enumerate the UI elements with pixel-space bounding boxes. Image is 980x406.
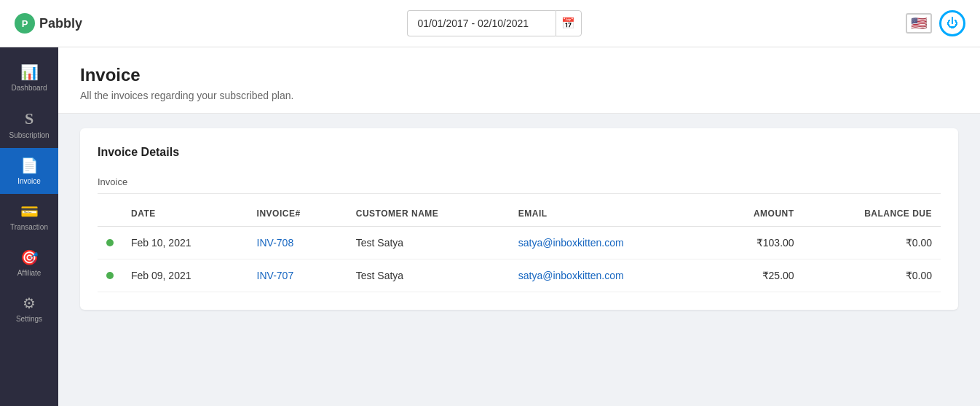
sidebar: 📊 Dashboard S Subscription 📄 Invoice 💳 T… bbox=[0, 47, 58, 406]
col-email: EMAIL bbox=[510, 201, 709, 227]
sidebar-label-transaction: Transaction bbox=[10, 223, 48, 231]
row-balance-due: ₹0.00 bbox=[803, 227, 941, 259]
invoice-card: Invoice Details Invoice DATE INVOICE# CU… bbox=[80, 128, 958, 310]
page-header: Invoice All the invoices regarding your … bbox=[58, 47, 980, 114]
date-range-container: 📅 bbox=[407, 10, 582, 36]
row-date: Feb 10, 2021 bbox=[122, 227, 248, 259]
logout-button[interactable]: ⏻ bbox=[939, 10, 965, 36]
col-date: DATE bbox=[122, 201, 248, 227]
content-area: Invoice All the invoices regarding your … bbox=[58, 47, 980, 406]
logo-text: Pabbly bbox=[39, 16, 82, 31]
col-balance-due: BALANCE DUE bbox=[803, 201, 941, 227]
calendar-icon: 📅 bbox=[561, 17, 575, 30]
sidebar-item-affiliate[interactable]: 🎯 Affiliate bbox=[0, 240, 58, 286]
main-layout: 📊 Dashboard S Subscription 📄 Invoice 💳 T… bbox=[0, 47, 980, 406]
row-customer-name: Test Satya bbox=[347, 259, 510, 292]
sidebar-item-transaction[interactable]: 💳 Transaction bbox=[0, 194, 58, 240]
invoice-icon: 📄 bbox=[20, 157, 39, 174]
sidebar-label-affiliate: Affiliate bbox=[17, 269, 42, 277]
table-row: Feb 09, 2021 INV-707 Test Satya satya@in… bbox=[98, 259, 941, 292]
row-invoice-num[interactable]: INV-708 bbox=[248, 227, 347, 259]
row-date: Feb 09, 2021 bbox=[122, 259, 248, 292]
sidebar-label-subscription: Subscription bbox=[9, 131, 49, 139]
page-subtitle: All the invoices regarding your subscrib… bbox=[80, 90, 958, 101]
row-email: satya@inboxkitten.com bbox=[510, 227, 709, 259]
flag-icon: 🇺🇸 bbox=[911, 15, 927, 31]
language-selector[interactable]: 🇺🇸 bbox=[906, 13, 932, 34]
col-amount: AMOUNT bbox=[709, 201, 803, 227]
sidebar-label-invoice: Invoice bbox=[17, 177, 41, 185]
sidebar-item-invoice[interactable]: 📄 Invoice bbox=[0, 148, 58, 194]
subscription-icon: S bbox=[25, 109, 33, 128]
row-email-value: satya@inboxkitten.com bbox=[518, 237, 624, 249]
row-email: satya@inboxkitten.com bbox=[510, 259, 709, 292]
invoice-table: DATE INVOICE# CUSTOMER NAME EMAIL AMOUNT… bbox=[98, 201, 941, 292]
affiliate-icon: 🎯 bbox=[20, 249, 39, 266]
invoice-section-label: Invoice bbox=[98, 171, 941, 194]
row-status bbox=[98, 259, 122, 292]
invoice-details-title: Invoice Details bbox=[98, 146, 941, 159]
row-status bbox=[98, 227, 122, 259]
sidebar-label-dashboard: Dashboard bbox=[12, 84, 47, 92]
sidebar-item-settings[interactable]: ⚙ Settings bbox=[0, 286, 58, 332]
calendar-button[interactable]: 📅 bbox=[556, 10, 582, 36]
col-status bbox=[98, 201, 122, 227]
sidebar-item-dashboard[interactable]: 📊 Dashboard bbox=[0, 55, 58, 101]
topbar-right: 🇺🇸 ⏻ bbox=[906, 10, 965, 36]
row-balance-due: ₹0.00 bbox=[803, 259, 941, 292]
row-amount: ₹25.00 bbox=[709, 259, 803, 292]
sidebar-item-subscription[interactable]: S Subscription bbox=[0, 101, 58, 148]
sidebar-label-settings: Settings bbox=[16, 315, 42, 323]
page-title: Invoice bbox=[80, 65, 958, 85]
dashboard-icon: 📊 bbox=[20, 63, 39, 81]
col-invoice-num: INVOICE# bbox=[248, 201, 347, 227]
row-email-value: satya@inboxkitten.com bbox=[518, 270, 624, 281]
col-customer-name: CUSTOMER NAME bbox=[347, 201, 510, 227]
table-header-row: DATE INVOICE# CUSTOMER NAME EMAIL AMOUNT… bbox=[98, 201, 941, 227]
status-dot bbox=[106, 272, 114, 279]
invoice-link[interactable]: INV-708 bbox=[257, 237, 294, 249]
date-range-input[interactable] bbox=[407, 10, 556, 36]
status-dot bbox=[106, 239, 114, 246]
settings-icon: ⚙ bbox=[23, 294, 36, 312]
row-customer-name: Test Satya bbox=[347, 227, 510, 259]
transaction-icon: 💳 bbox=[20, 203, 39, 220]
logo-letter: P bbox=[22, 18, 28, 29]
row-invoice-num[interactable]: INV-707 bbox=[248, 259, 347, 292]
power-icon: ⏻ bbox=[947, 17, 958, 30]
topbar: P Pabbly 📅 🇺🇸 ⏻ bbox=[0, 0, 980, 47]
logo-circle: P bbox=[15, 13, 35, 34]
app-logo: P Pabbly bbox=[15, 13, 82, 34]
content-body: Invoice Details Invoice DATE INVOICE# CU… bbox=[58, 114, 980, 406]
table-row: Feb 10, 2021 INV-708 Test Satya satya@in… bbox=[98, 227, 941, 259]
row-amount: ₹103.00 bbox=[709, 227, 803, 259]
invoice-link[interactable]: INV-707 bbox=[257, 270, 294, 281]
